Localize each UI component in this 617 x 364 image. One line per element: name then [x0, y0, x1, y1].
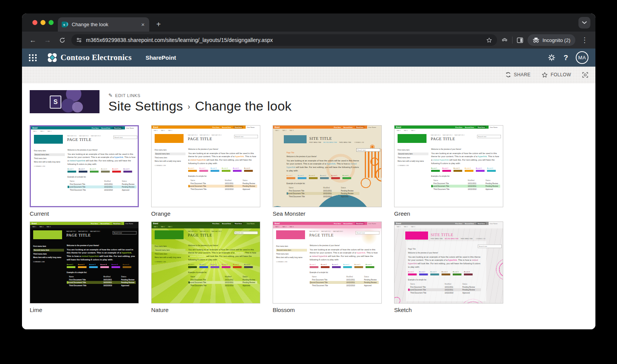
preview-accent-label: Accent 6 — [123, 168, 132, 170]
browser-tab[interactable]: s Change the look × — [58, 17, 149, 32]
preview-header: SITE TITLEFIRST MENU ITEMSECOND MENU ITE… — [394, 228, 503, 245]
product-name[interactable]: SharePoint — [145, 54, 176, 61]
theme-name-label: Nature — [151, 307, 260, 313]
preview-table-cell: 10/22/2010 — [323, 195, 341, 197]
preview-accent: Accent 2 — [199, 168, 208, 172]
app-launcher-waffle-icon[interactable] — [29, 54, 37, 61]
preview-table-row: First Document Title10/21/2011Pending Re… — [188, 278, 257, 281]
preview-menu-item: Third menu item — [155, 157, 185, 159]
preview-accent: Accent 6 — [342, 175, 351, 179]
preview-accent: Accent 2 — [78, 264, 87, 268]
preview-list-caption: Example of a simple list: — [188, 272, 257, 273]
focus-mode-button[interactable] — [582, 72, 588, 78]
follow-button[interactable]: FOLLOW — [541, 72, 571, 78]
browser-menu-button[interactable]: ⋮ — [579, 35, 590, 45]
preview-accent-swatch — [343, 266, 352, 268]
preview-accent-label: Accent 4 — [320, 175, 329, 177]
preview-table-header: Name — [431, 179, 468, 181]
sharepoint-s-icon: S — [50, 96, 61, 109]
help-icon[interactable]: ? — [563, 54, 568, 62]
theme-thumbnail-nature[interactable]: BrandFirst ItemSecond ItemThird ItemUser… — [151, 221, 260, 304]
breadcrumb-site-settings[interactable]: Site Settings — [108, 99, 183, 113]
reload-button[interactable] — [57, 35, 67, 45]
preview-accent-label: Accent 2 — [321, 264, 330, 266]
preview-table-cell: Approved — [364, 284, 379, 286]
preview-accent-label: Accent 1 — [431, 168, 440, 169]
preview-welcome-text: Welcome to the preview of your theme! — [408, 252, 481, 254]
preview-table-header: Name — [287, 187, 323, 189]
extensions-icon[interactable] — [501, 37, 508, 44]
preview-table-cell: 10/22/2011 — [468, 185, 486, 187]
preview-accent-swatch — [199, 266, 208, 268]
preview-link: hyperlink — [356, 252, 365, 254]
preview-accent: Accent 6 — [244, 168, 253, 172]
theme-name-label: Green — [394, 210, 503, 217]
preview-accent-label: Accent 6 — [366, 264, 374, 266]
preview-tab: TAB 1 — [396, 129, 401, 131]
site-logo[interactable]: S — [30, 90, 99, 113]
preview-welcome-text: Welcome to the preview of your theme! — [287, 156, 359, 158]
preview-accent-label: Accent 6 — [244, 264, 253, 266]
url-text: m365x69299838.sharepoint.com/sites/learn… — [86, 37, 273, 43]
org-brand-name[interactable]: Contoso Electronics — [61, 53, 131, 62]
preview-accent: Accent 2 — [321, 264, 330, 268]
preview-table-cell: 10/22/2010 — [225, 284, 243, 286]
preview-table-header: Status — [341, 187, 356, 189]
preview-table-header-row: NameModifiedStatus — [287, 186, 359, 190]
bookmark-star-icon[interactable] — [486, 37, 492, 44]
address-bar[interactable]: m365x69299838.sharepoint.com/sites/learn… — [71, 34, 497, 46]
new-tab-button[interactable]: + — [153, 19, 164, 30]
close-window-button[interactable] — [32, 20, 37, 25]
back-button[interactable]: ← — [27, 35, 38, 45]
preview-tab: TAB 2 — [282, 129, 287, 131]
preview-accent-label: Accent 3 — [309, 175, 318, 177]
preview-accent-swatch — [354, 266, 363, 268]
preview-table: NameModifiedStatusFirst Document Title10… — [188, 275, 257, 287]
preview-table-cell: Approved — [122, 189, 137, 191]
preview-search-box: Search text — [356, 148, 380, 152]
tab-title: Change the look — [72, 22, 140, 27]
preview-menu-item: FIRST MENU ITEM — [309, 142, 321, 143]
close-tab-icon[interactable]: × — [140, 21, 145, 28]
minimize-window-button[interactable] — [40, 20, 46, 25]
preview-table-cell: Second Document Title — [310, 282, 346, 283]
theme-thumbnail-green[interactable]: BrandFirst ItemSecond ItemThird ItemUser… — [394, 125, 503, 207]
preview-accent-swatch — [366, 266, 374, 268]
preview-table-cell: Approved — [486, 188, 501, 190]
theme-thumbnail-sea-monster[interactable]: BrandFirst ItemSecond ItemThird ItemUser… — [273, 125, 382, 207]
preview-accent: Accent 3 — [90, 168, 99, 173]
side-panel-icon[interactable] — [516, 37, 524, 44]
theme-thumbnail-sketch[interactable]: BrandFirst ItemSecond ItemThird ItemUser… — [394, 221, 503, 304]
preview-nav-item: NAVIGATION 2 — [321, 231, 331, 232]
settings-gear-icon[interactable] — [548, 54, 556, 62]
zoom-window-button[interactable] — [49, 20, 54, 25]
preview-body-area: Page TitleWelcome to the preview of your… — [287, 152, 359, 198]
preview-accent-label: Accent 4 — [465, 168, 474, 169]
preview-brand-label: Brand — [153, 223, 158, 225]
preview-command-link: COMMAND LINK — [276, 261, 307, 263]
preview-top-item: First Item — [334, 126, 341, 128]
preview-list-caption: Example of a simple list: — [287, 183, 359, 185]
preview-accent-swatch — [244, 266, 253, 268]
preview-accent-label: Accent 2 — [419, 271, 428, 273]
preview-topbar: BrandFirst ItemSecond ItemThird ItemUser… — [31, 126, 139, 129]
theme-thumbnail-current[interactable]: BrandFirst ItemSecond ItemThird ItemUser… — [30, 125, 139, 207]
tab-search-button[interactable] — [578, 17, 590, 29]
edit-links-button[interactable]: ✎ EDIT LINKS — [108, 92, 292, 98]
preview-table-row: Second Document Title10/22/2011Pending R… — [188, 185, 257, 188]
user-avatar[interactable]: MA — [576, 51, 588, 64]
incognito-badge[interactable]: Incognito (2) — [528, 34, 575, 46]
preview-accent-row: Accent 1Accent 2Accent 3Accent 4Accent 5… — [431, 168, 500, 172]
forward-button[interactable]: → — [42, 35, 53, 45]
preview-accent-row: Accent 1Accent 2Accent 3Accent 4Accent 5… — [287, 175, 359, 179]
preview-brand-label: Brand — [32, 223, 37, 225]
preview-row-marker — [432, 185, 433, 188]
theme-thumbnail-lime[interactable]: BrandFirst ItemSecond ItemThird ItemUser… — [30, 221, 139, 304]
preview-table: NameModifiedStatusFirst Document Title10… — [287, 186, 359, 198]
preview-menu-item: Third menu item — [33, 253, 64, 255]
theme-thumbnail-blossom[interactable]: BrandFirst ItemSecond ItemThird ItemUser… — [273, 221, 382, 304]
theme-thumbnail-orange[interactable]: BrandFirst ItemSecond ItemThird ItemUser… — [151, 125, 260, 207]
share-button[interactable]: SHARE — [505, 72, 531, 78]
preview-welcome-text: Welcome to the preview of your theme! — [188, 148, 257, 150]
preview-search-box: Search text — [477, 135, 501, 138]
